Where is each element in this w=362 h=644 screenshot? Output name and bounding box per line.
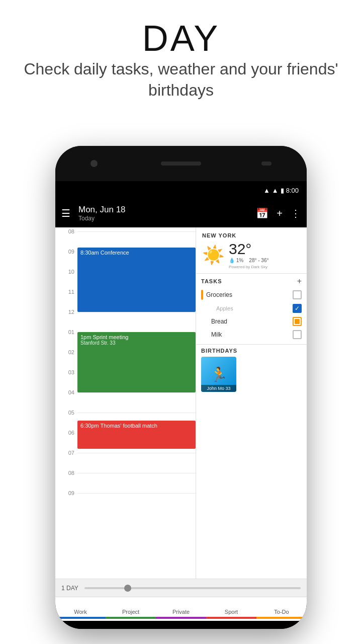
task-checkbox-milk[interactable] <box>293 330 302 339</box>
tab-project-indicator <box>106 617 156 619</box>
tab-sport-label: Sport <box>225 609 238 615</box>
day-slider-thumb[interactable] <box>124 585 131 592</box>
time-line-04 <box>77 392 196 393</box>
toolbar-today: Today <box>78 215 256 222</box>
tab-todo-label: To-Do <box>274 609 289 615</box>
time-label-08b: 08 <box>55 469 77 476</box>
battery-icon: ▮ <box>281 187 284 194</box>
tab-project[interactable]: Project <box>106 597 156 621</box>
nav-back-button[interactable]: ◁ <box>87 624 107 629</box>
task-item-bread[interactable]: Bread <box>196 315 307 328</box>
task-label-groceries: Groceries <box>206 291 290 298</box>
signal-icon: ▲ <box>272 187 279 194</box>
time-row-08b: 08 <box>55 469 196 489</box>
toolbar-date: Mon, Jun 18 <box>78 205 256 215</box>
time-line-05 <box>77 413 196 413</box>
weather-temp: 32° <box>229 240 269 258</box>
event-football[interactable]: 6:30pm Thomas' football match <box>77 421 196 449</box>
page-subtitle: Check daily tasks, weather and your frie… <box>0 59 362 101</box>
time-label-04: 04 <box>55 388 77 395</box>
nav-recent-button[interactable]: □ <box>255 624 275 629</box>
task-checkbox-bread[interactable] <box>293 317 302 326</box>
tab-todo-indicator <box>256 617 307 619</box>
birthdays-title: BIRTHDAYS <box>201 348 302 354</box>
menu-button[interactable]: ☰ <box>61 207 70 219</box>
tab-private-label: Private <box>172 609 190 615</box>
tasks-add-button[interactable]: + <box>297 277 302 286</box>
time-label-08: 08 <box>55 227 77 234</box>
weather-powered-by: Powered by Dark Sky <box>229 265 269 269</box>
time-label-11: 11 <box>55 288 77 295</box>
tab-work-indicator <box>55 617 106 619</box>
time-display: 8:00 <box>286 187 299 194</box>
toolbar-title-block: Mon, Jun 18 Today <box>78 205 256 222</box>
time-label-02: 02 <box>55 348 77 355</box>
birthdays-section: BIRTHDAYS 🏃 John Mo 33 <box>196 345 307 395</box>
add-button[interactable]: + <box>277 208 283 219</box>
weather-section: NEW YORK ☀️ 32° 💧 1% 28° - 36° Powered b… <box>196 227 307 274</box>
tab-project-label: Project <box>122 609 139 615</box>
status-bar: ▲ ▲ ▮ 8:00 <box>55 181 307 199</box>
phone-camera <box>90 160 98 167</box>
time-line-07 <box>77 453 196 453</box>
time-line-09b <box>77 493 196 494</box>
tab-work-label: Work <box>74 609 86 615</box>
phone-sensor <box>261 162 272 166</box>
tasks-title: TASKS <box>201 278 222 284</box>
time-row-08: 08 <box>55 227 196 248</box>
status-icons: ▲ ▲ ▮ 8:00 <box>263 187 299 194</box>
right-panel: NEW YORK ☀️ 32° 💧 1% 28° - 36° Powered b… <box>196 227 307 579</box>
weather-sun-icon: ☀️ <box>202 245 225 266</box>
weather-main-row: ☀️ 32° 💧 1% 28° - 36° Powered by Dark Sk… <box>202 240 301 269</box>
event-conference-time: 8:30am Conference <box>80 250 193 256</box>
calendar-button[interactable]: 📅 <box>256 207 268 219</box>
tab-sport[interactable]: Sport <box>206 597 256 621</box>
app-toolbar: ☰ Mon, Jun 18 Today 📅 + ⋮ <box>55 199 307 227</box>
page-header: DAY Check daily tasks, weather and your … <box>0 0 362 101</box>
event-sprint[interactable]: 1pm Sprint meeting Stanford Str. 33 <box>77 332 196 392</box>
tab-private[interactable]: Private <box>156 597 206 621</box>
wifi-icon: ▲ <box>263 187 270 194</box>
task-item-milk[interactable]: Milk <box>196 328 307 341</box>
time-line-12 <box>77 312 196 312</box>
birthday-runner-icon: 🏃 <box>210 366 228 383</box>
task-item-groceries[interactable]: Groceries <box>196 288 307 302</box>
task-label-apples: Apples <box>211 305 290 311</box>
event-football-title: 6:30pm Thomas' football match <box>80 423 193 429</box>
calendar-side: 08 09 10 11 12 <box>55 227 196 579</box>
event-conference[interactable]: 8:30am Conference <box>77 248 196 312</box>
task-color-bar-groceries <box>201 290 203 300</box>
time-line-08 <box>77 231 196 232</box>
rain-icon: 💧 <box>229 258 235 263</box>
bottom-tabs: Work Project Private Sport To-Do <box>55 597 307 621</box>
time-label-03: 03 <box>55 368 77 375</box>
app-content: 08 09 10 11 12 <box>55 227 307 579</box>
time-row-07: 07 <box>55 449 196 469</box>
time-label-06: 06 <box>55 429 77 436</box>
day-slider-bar: 1 DAY <box>55 579 307 597</box>
event-sprint-subtitle: Stanford Str. 33 <box>80 340 193 346</box>
event-sprint-title: 1pm Sprint meeting <box>80 334 193 340</box>
tab-sport-indicator <box>206 617 256 619</box>
time-label-07: 07 <box>55 449 77 456</box>
nav-home-button[interactable]: ○ <box>171 624 191 629</box>
tab-work[interactable]: Work <box>55 597 106 621</box>
time-label-09b: 09 <box>55 489 77 496</box>
birthday-card-john[interactable]: 🏃 John Mo 33 <box>201 357 236 392</box>
task-label-milk: Milk <box>211 331 290 338</box>
more-button[interactable]: ⋮ <box>291 207 301 219</box>
phone-speaker <box>161 162 201 166</box>
tab-private-indicator <box>156 617 206 619</box>
task-item-apples[interactable]: Apples ✓ <box>196 302 307 315</box>
birthday-label-john: John Mo 33 <box>201 385 236 392</box>
time-label-10: 10 <box>55 268 77 275</box>
task-checkbox-groceries[interactable] <box>293 290 302 299</box>
phone-frame: ▲ ▲ ▮ 8:00 ☰ Mon, Jun 18 Today 📅 + ⋮ 08 <box>55 146 307 629</box>
android-nav: ◁ ○ □ <box>55 621 307 629</box>
task-label-bread: Bread <box>211 318 290 325</box>
tasks-section: TASKS + Groceries Apples ✓ <box>196 274 307 345</box>
tab-todo[interactable]: To-Do <box>256 597 307 621</box>
task-checkbox-apples[interactable]: ✓ <box>293 304 302 313</box>
time-row-09b: 09 <box>55 489 196 509</box>
day-slider-track[interactable] <box>84 587 301 589</box>
